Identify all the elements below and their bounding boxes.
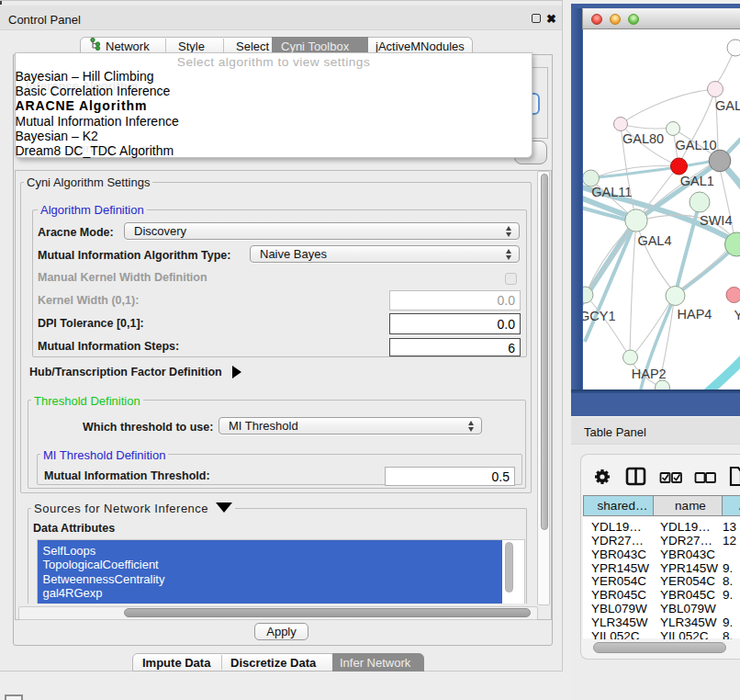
svg-text:GAL1: GAL1	[680, 174, 714, 188]
svg-text:GAL80: GAL80	[622, 131, 664, 146]
svg-text:HAP2: HAP2	[632, 367, 667, 381]
svg-text:HAP4: HAP4	[678, 307, 712, 322]
svg-text:GAL11: GAL11	[591, 185, 632, 199]
svg-text:GAL: GAL	[715, 98, 740, 113]
svg-text:GAL10: GAL10	[676, 138, 717, 152]
svg-text:GAL4: GAL4	[637, 233, 671, 248]
svg-text:Y: Y	[734, 308, 740, 322]
svg-text:SWI4: SWI4	[700, 213, 732, 228]
svg-text:GCY1: GCY1	[583, 309, 616, 323]
